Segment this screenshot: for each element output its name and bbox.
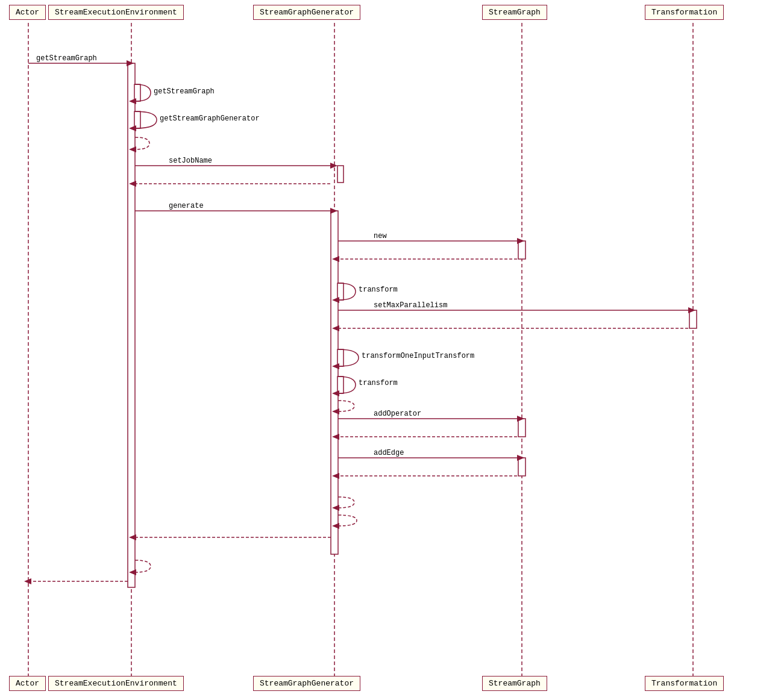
svg-marker-31 (330, 208, 337, 214)
svg-text:getStreamGraph: getStreamGraph (154, 87, 215, 96)
svg-marker-22 (129, 125, 136, 131)
svg-marker-20 (129, 98, 136, 104)
svg-rect-12 (689, 310, 697, 328)
stream-graph-gen-box-bottom: StreamGraphGenerator (253, 676, 360, 691)
svg-marker-59 (332, 473, 339, 479)
diagram-svg: getStreamGraph getStreamGraph getStreamG… (0, 0, 781, 700)
svg-rect-6 (331, 211, 338, 554)
svg-marker-64 (129, 569, 136, 575)
svg-text:getStreamGraph: getStreamGraph (36, 54, 97, 63)
stream-graph-box-top: StreamGraph (482, 5, 547, 20)
svg-marker-49 (332, 408, 339, 414)
stream-exec-env-box-bottom: StreamExecutionEnvironment (48, 676, 184, 691)
svg-rect-10 (518, 241, 525, 259)
svg-marker-26 (330, 163, 337, 169)
svg-text:new: new (374, 232, 387, 240)
svg-marker-24 (129, 146, 136, 152)
svg-rect-9 (337, 166, 343, 183)
svg-marker-51 (517, 416, 524, 422)
svg-marker-60 (332, 505, 339, 511)
transformation-box-top: Transformation (645, 5, 724, 20)
svg-rect-8 (134, 111, 140, 128)
svg-text:transform: transform (359, 286, 398, 294)
stream-graph-gen-box-top: StreamGraphGenerator (253, 5, 360, 20)
svg-marker-66 (24, 578, 31, 584)
svg-rect-11 (337, 283, 343, 300)
sequence-diagram: getStreamGraph getStreamGraph getStreamG… (0, 0, 781, 700)
svg-marker-54 (332, 434, 339, 440)
svg-text:addEdge: addEdge (374, 449, 404, 457)
svg-rect-13 (337, 349, 343, 366)
svg-text:getStreamGraphGenerator: getStreamGraphGenerator (160, 114, 260, 123)
actor-box-top: Actor (9, 5, 46, 20)
svg-marker-61 (332, 523, 339, 529)
svg-marker-38 (332, 297, 339, 303)
svg-rect-15 (518, 419, 525, 437)
svg-rect-14 (337, 377, 343, 393)
svg-marker-63 (129, 534, 136, 540)
svg-marker-47 (332, 390, 339, 396)
svg-text:setMaxParallelism: setMaxParallelism (374, 301, 447, 310)
svg-marker-18 (127, 60, 134, 66)
svg-rect-7 (134, 84, 140, 101)
svg-text:addOperator: addOperator (374, 410, 421, 418)
svg-text:transformOneInputTransform: transformOneInputTransform (362, 352, 474, 360)
svg-marker-34 (517, 238, 524, 244)
transformation-box-bottom: Transformation (645, 676, 724, 691)
svg-text:setJobName: setJobName (169, 157, 212, 165)
svg-rect-5 (128, 63, 135, 587)
svg-marker-56 (517, 455, 524, 461)
svg-text:transform: transform (359, 379, 398, 387)
stream-graph-box-bottom: StreamGraph (482, 676, 547, 691)
stream-exec-env-box-top: StreamExecutionEnvironment (48, 5, 184, 20)
svg-marker-29 (129, 181, 136, 187)
svg-marker-44 (332, 325, 339, 331)
svg-marker-41 (688, 307, 695, 313)
svg-marker-45 (332, 363, 339, 369)
svg-rect-16 (518, 458, 525, 476)
actor-box-bottom: Actor (9, 676, 46, 691)
svg-marker-37 (332, 256, 339, 262)
svg-text:generate: generate (169, 202, 204, 210)
